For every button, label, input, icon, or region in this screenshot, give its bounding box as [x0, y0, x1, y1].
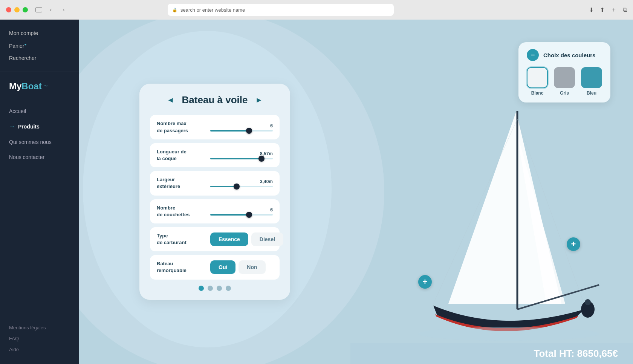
sidebar-item-aide[interactable]: Aide: [9, 344, 70, 355]
active-arrow-icon: →: [9, 123, 15, 130]
slider-largeur[interactable]: 3,40m: [210, 179, 273, 187]
pagination-dot-2[interactable]: [208, 286, 213, 291]
pagination-dot-4[interactable]: [226, 286, 231, 291]
label-largeur: Largeur extérieure: [157, 176, 206, 190]
share-icon[interactable]: ⬆: [600, 6, 605, 14]
traffic-lights: [6, 7, 28, 12]
color-swatch-bleu-label: Bleu: [587, 90, 596, 96]
maximize-button[interactable]: [23, 7, 28, 12]
browser-actions: ⬇ ⬆ ＋ ⧉: [589, 6, 627, 14]
boat-svg: [373, 100, 633, 341]
slider-row-couchettes: Nombre de couchettes 6: [150, 199, 280, 223]
minimize-button[interactable]: [14, 7, 20, 12]
lock-icon: 🔒: [172, 8, 177, 12]
sidebar-item-produits[interactable]: → Produits: [0, 119, 79, 135]
sidebar-item-faq[interactable]: FAQ: [9, 333, 70, 344]
sidebar-item-nous-contacter[interactable]: Nous contacter: [0, 150, 79, 165]
slider-row-longueur: Longueur de la coque 8,57m: [150, 143, 280, 167]
color-swatch-blanc-box[interactable]: [527, 67, 548, 88]
sidebar-item-mon-compte[interactable]: Mon compte: [9, 27, 70, 39]
slider-largeur-thumb[interactable]: [234, 184, 240, 190]
carburant-diesel-button[interactable]: Diesel: [251, 232, 283, 246]
forward-button[interactable]: ›: [60, 6, 68, 14]
product-title: Bateau à voile: [182, 94, 248, 106]
pagination: [150, 286, 280, 291]
sidebar-bottom: Mentions légales FAQ Aide: [0, 316, 79, 364]
logo-text: MyBoat: [9, 81, 42, 92]
boat-illustration: [373, 100, 633, 341]
sidebar-toggle-icon[interactable]: [35, 7, 42, 12]
sidebar-item-panier[interactable]: Panier●: [9, 39, 70, 52]
slider-longueur-thumb[interactable]: [258, 156, 265, 162]
slider-passagers-value: 6: [270, 123, 273, 128]
total-bar: Total HT: 8650,65€: [350, 343, 633, 364]
total-price: Total HT: 8650,65€: [534, 348, 618, 359]
next-product-button[interactable]: ►: [254, 95, 264, 106]
slider-largeur-fill: [210, 186, 237, 187]
close-button[interactable]: [6, 7, 11, 12]
prev-product-button[interactable]: ◄: [165, 95, 176, 106]
slider-couchettes[interactable]: 6: [210, 207, 273, 216]
configurator-card: ◄ Bateau à voile ► Nombre max de passage…: [139, 84, 290, 300]
slider-couchettes-thumb[interactable]: [246, 212, 252, 218]
slider-longueur[interactable]: 8,57m: [210, 151, 273, 159]
color-swatch-bleu[interactable]: Bleu: [581, 67, 602, 96]
label-carburant: Type de carburant: [157, 232, 206, 246]
tabs-icon[interactable]: ⧉: [623, 6, 627, 13]
color-collapse-button[interactable]: −: [527, 49, 539, 61]
slider-passagers-thumb[interactable]: [246, 128, 252, 134]
color-swatch-gris[interactable]: Gris: [554, 67, 575, 96]
color-swatch-gris-box[interactable]: [554, 67, 575, 88]
slider-couchettes-fill: [210, 214, 249, 216]
color-swatch-blanc-label: Blanc: [531, 90, 544, 96]
slider-row-largeur: Largeur extérieure 3,40m: [150, 171, 280, 195]
remorquable-oui-button[interactable]: Oui: [210, 260, 235, 274]
color-picker-title: Choix des couleurs: [543, 52, 595, 58]
color-swatch-bleu-box[interactable]: [581, 67, 602, 88]
download-icon[interactable]: ⬇: [589, 6, 594, 14]
sidebar-item-rechercher[interactable]: Rechercher: [9, 52, 70, 64]
label-passagers: Nombre max de passagers: [157, 120, 206, 134]
remorquable-non-button[interactable]: Non: [239, 260, 265, 274]
address-bar[interactable]: 🔒 search or enter website name: [168, 4, 394, 16]
sidebar-nav: Accueil → Produits Qui sommes nous Nous …: [0, 101, 79, 316]
sidebar-item-accueil[interactable]: Accueil: [0, 104, 79, 119]
slider-passagers-track: [210, 130, 273, 132]
carburant-toggle-group: Essence Diesel: [210, 232, 283, 246]
label-remorquable: Bateau remorquable: [157, 260, 206, 274]
slider-largeur-track: [210, 186, 273, 187]
pagination-dot-3[interactable]: [217, 286, 222, 291]
toggle-row-carburant: Type de carburant Essence Diesel: [150, 227, 280, 251]
plus-button-right[interactable]: +: [567, 237, 580, 251]
pagination-dot-1[interactable]: [199, 286, 204, 291]
slider-couchettes-track: [210, 214, 273, 216]
browser-chrome: ‹ › 🔒 search or enter website name ⬇ ⬆ ＋…: [0, 0, 633, 20]
svg-point-9: [418, 327, 599, 341]
slider-largeur-value: 3,40m: [260, 179, 273, 184]
sidebar-logo: MyBoat ~: [0, 72, 79, 101]
color-swatches: Blanc Gris Bleu: [527, 67, 602, 96]
label-couchettes: Nombre de couchettes: [157, 205, 206, 218]
card-header: ◄ Bateau à voile ►: [150, 94, 280, 106]
slider-passagers-fill: [210, 130, 249, 132]
carburant-essence-button[interactable]: Essence: [210, 232, 248, 246]
address-text: search or enter website name: [180, 7, 245, 13]
color-swatch-blanc[interactable]: Blanc: [527, 67, 548, 96]
sidebar: Mon compte Panier● Rechercher MyBoat ~ A…: [0, 20, 79, 364]
color-picker-header: − Choix des couleurs: [527, 49, 602, 61]
slider-longueur-fill: [210, 158, 261, 159]
sidebar-item-qui-sommes-nous[interactable]: Qui sommes nous: [0, 135, 79, 150]
config-area: ◄ Bateau à voile ► Nombre max de passage…: [79, 20, 350, 364]
slider-longueur-track: [210, 158, 273, 159]
color-picker-panel: − Choix des couleurs Blanc Gris Bleu: [518, 42, 610, 102]
sidebar-top: Mon compte Panier● Rechercher: [0, 20, 79, 72]
boat-area: − Choix des couleurs Blanc Gris Bleu: [350, 20, 633, 364]
new-tab-icon[interactable]: ＋: [611, 6, 617, 14]
sidebar-item-mentions-legales[interactable]: Mentions légales: [9, 322, 70, 333]
plus-button-left[interactable]: +: [418, 275, 432, 289]
slider-couchettes-value: 6: [270, 207, 273, 213]
back-button[interactable]: ‹: [47, 6, 55, 14]
slider-passagers[interactable]: 6: [210, 123, 273, 132]
logo-wave-icon: ~: [44, 82, 48, 90]
remorquable-toggle-group: Oui Non: [210, 260, 266, 274]
